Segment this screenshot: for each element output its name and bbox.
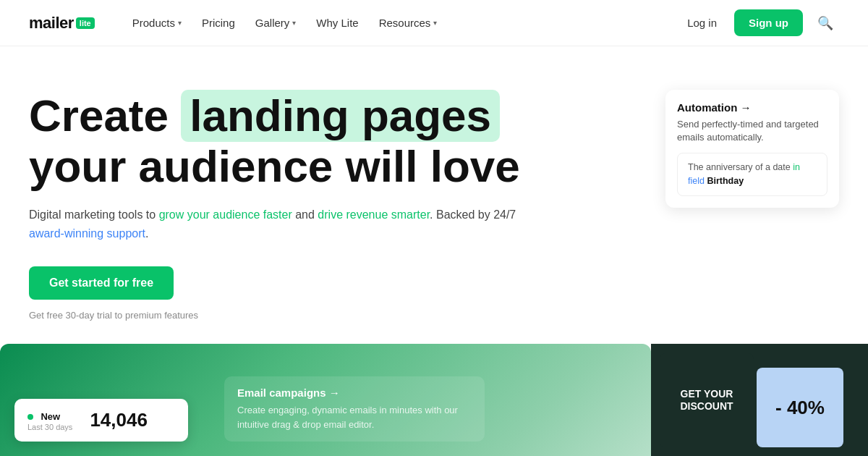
signup-button[interactable]: Sign up: [734, 9, 803, 36]
headline-highlight: landing pages: [181, 90, 500, 142]
dark-area: GET YOUR DISCOUNT - 40%: [651, 344, 868, 456]
subscribers-count: 14,046: [90, 409, 148, 431]
chevron-down-icon: ▾: [292, 19, 296, 27]
chevron-down-icon: ▾: [433, 19, 437, 27]
nav-products[interactable]: Products ▾: [124, 11, 190, 35]
discount-dark-card: GET YOUR DISCOUNT: [660, 353, 754, 447]
logo-name: mailer: [29, 14, 74, 33]
email-campaigns-card: Email campaigns → Create engaging, dynam…: [224, 376, 485, 442]
logo-badge: lite: [76, 17, 95, 29]
subscribers-meta: Last 30 days: [27, 423, 72, 431]
discount-percent: - 40%: [775, 397, 825, 419]
bottom-section: New Last 30 days 14,046 Email campaigns …: [0, 344, 868, 456]
nav-pricing[interactable]: Pricing: [193, 11, 244, 35]
search-icon[interactable]: 🔍: [812, 9, 839, 37]
hero-subtitle: Digital marketing tools to grow your aud…: [29, 206, 535, 242]
nav-gallery[interactable]: Gallery ▾: [247, 11, 305, 35]
subscribers-label: New: [41, 411, 60, 422]
cta-button[interactable]: Get started for free: [29, 266, 174, 300]
trial-note: Get free 30-day trial to premium feature…: [29, 310, 198, 321]
automation-title: Automation →: [677, 101, 827, 114]
green-area: New Last 30 days 14,046 Email campaigns …: [0, 344, 651, 456]
automation-card: Automation → Send perfectly-timed and ta…: [665, 90, 839, 208]
automation-desc: Send perfectly-timed and targeted emails…: [677, 118, 827, 144]
hero-headline: Create landing pages your audience will …: [29, 90, 608, 191]
logo[interactable]: mailer lite: [29, 14, 95, 33]
discount-area: GET YOUR DISCOUNT - 40%: [651, 344, 868, 456]
nav-actions: Log in Sign up 🔍: [678, 9, 839, 37]
subscribers-card: New Last 30 days 14,046: [14, 399, 188, 442]
nav-resources[interactable]: Resources ▾: [370, 11, 446, 35]
discount-light-card: - 40%: [757, 368, 843, 447]
nav-why-lite[interactable]: Why Lite: [307, 11, 367, 35]
nav-links: Products ▾ Pricing Gallery ▾ Why Lite Re…: [124, 11, 678, 35]
automation-snippet: The anniversary of a date in field Birth…: [677, 153, 827, 196]
chevron-down-icon: ▾: [178, 19, 182, 27]
status-dot: [27, 414, 33, 420]
email-card-desc: Create engaging, dynamic emails in minut…: [237, 403, 472, 431]
login-button[interactable]: Log in: [678, 11, 726, 35]
hero-section: Create landing pages your audience will …: [0, 46, 868, 321]
navigation: mailer lite Products ▾ Pricing Gallery ▾…: [0, 0, 868, 46]
email-card-title: Email campaigns →: [237, 387, 472, 399]
discount-text: GET YOUR DISCOUNT: [668, 388, 745, 413]
